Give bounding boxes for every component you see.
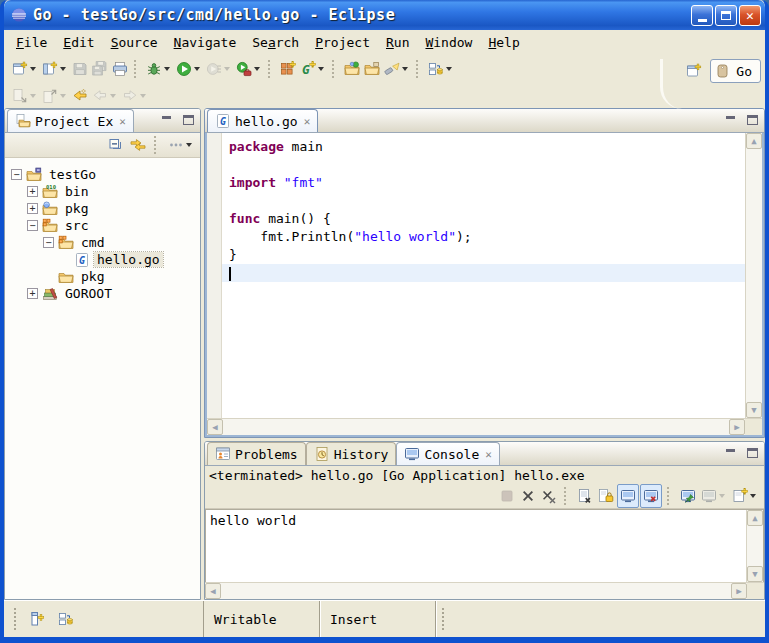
view-menu-button[interactable] [166, 133, 196, 157]
tree-item-pkg[interactable]: pkg [5, 268, 200, 285]
collapse-toggle-icon[interactable]: − [11, 169, 22, 180]
tree-item-pkg[interactable]: +pkg [5, 200, 200, 217]
new-project-button[interactable] [40, 57, 70, 81]
maximize-view-button[interactable] [180, 113, 196, 126]
dropdown-arrow-icon[interactable] [194, 67, 200, 71]
minimize-view-button[interactable] [722, 113, 738, 126]
scroll-up-icon[interactable]: ▲ [747, 510, 763, 526]
console-vertical-scrollbar[interactable]: ▲ ▼ [746, 510, 763, 582]
dropdown-arrow-icon[interactable] [254, 67, 260, 71]
expand-toggle-icon[interactable]: + [27, 203, 38, 214]
open-perspective-button[interactable] [684, 59, 704, 83]
tree-item-hello-go[interactable]: Ghello.go [5, 251, 200, 268]
new-wizard-button[interactable] [10, 57, 40, 81]
scroll-left-icon[interactable]: ◀ [207, 419, 223, 435]
tab-console[interactable]: Console✕ [396, 442, 499, 465]
code-editor[interactable]: package mainimport "fmt"func main() { fm… [222, 133, 745, 418]
console-horizontal-scrollbar[interactable]: ◀ ▶ [205, 583, 747, 599]
code-line[interactable] [222, 192, 745, 210]
scroll-up-icon[interactable]: ▲ [746, 133, 762, 149]
dropdown-arrow-icon[interactable] [164, 67, 170, 71]
dropdown-arrow-icon[interactable] [402, 67, 408, 71]
open-console-button[interactable] [730, 484, 760, 508]
dropdown-arrow-icon[interactable] [224, 67, 230, 71]
close-tab-icon[interactable]: ✕ [485, 448, 492, 461]
menu-window[interactable]: Window [417, 33, 480, 52]
tab-problems[interactable]: Problems [207, 442, 306, 465]
dropdown-arrow-icon[interactable] [30, 67, 36, 71]
fast-view-button[interactable] [26, 607, 46, 631]
clear-console-button[interactable] [575, 484, 595, 508]
dropdown-arrow-icon[interactable] [186, 143, 192, 147]
dropdown-arrow-icon[interactable] [110, 94, 116, 98]
code-line[interactable]: package main [222, 138, 745, 156]
open-package-button[interactable] [362, 57, 382, 81]
tab-project-explorer[interactable]: Project Ex ✕ [7, 109, 134, 132]
menu-run[interactable]: Run [378, 33, 417, 52]
dropdown-arrow-icon[interactable] [140, 94, 146, 98]
collapse-all-button[interactable] [106, 133, 126, 157]
menu-search[interactable]: Search [244, 33, 307, 52]
scroll-lock-button[interactable] [596, 484, 616, 508]
tree-item-goroot[interactable]: +GOROOT [5, 285, 200, 302]
menu-help[interactable]: Help [480, 33, 527, 52]
code-line[interactable] [222, 264, 745, 282]
open-resource-button[interactable] [342, 57, 362, 81]
menu-edit[interactable]: Edit [55, 33, 102, 52]
menu-file[interactable]: File [8, 33, 55, 52]
debug-button[interactable] [144, 57, 174, 81]
last-edit-location-button[interactable] [70, 84, 90, 108]
run-button[interactable] [174, 57, 204, 81]
code-line[interactable]: import "fmt" [222, 174, 745, 192]
code-line[interactable]: func main() { [222, 210, 745, 228]
expand-toggle-icon[interactable]: + [27, 288, 38, 299]
editor-horizontal-scrollbar[interactable]: ◀ ▶ [207, 419, 745, 435]
launch-trim-button[interactable] [56, 607, 76, 631]
tree-item-bin[interactable]: +010bin [5, 183, 200, 200]
code-line[interactable] [222, 156, 745, 174]
remove-launch-button[interactable] [518, 484, 538, 508]
show-stdout-button[interactable] [617, 484, 639, 508]
dropdown-arrow-icon[interactable] [446, 67, 452, 71]
dropdown-arrow-icon[interactable] [30, 94, 36, 98]
new-go-project-button[interactable] [278, 57, 298, 81]
maximize-button[interactable] [715, 5, 737, 26]
remove-all-launches-button[interactable] [539, 484, 559, 508]
title-bar[interactable]: Go - testGo/src/cmd/hello.go - Eclipse ✕ [4, 0, 765, 30]
minimize-button[interactable] [691, 5, 713, 26]
console-output[interactable]: hello world [206, 510, 746, 582]
tab-history[interactable]: History [306, 442, 397, 465]
dropdown-arrow-icon[interactable] [60, 94, 66, 98]
scroll-left-icon[interactable]: ◀ [205, 583, 221, 599]
tab-hello-go[interactable]: G hello.go ✕ [207, 109, 318, 132]
collapse-toggle-icon[interactable]: − [27, 220, 38, 231]
tree-item-cmd[interactable]: −cmd [5, 234, 200, 251]
link-editor-button[interactable] [128, 133, 148, 157]
scroll-down-icon[interactable]: ▼ [747, 566, 763, 582]
dropdown-arrow-icon[interactable] [719, 494, 725, 498]
external-tools-button[interactable] [234, 57, 264, 81]
tree-item-testgo[interactable]: −testGo [5, 166, 200, 183]
menu-navigate[interactable]: Navigate [166, 33, 245, 52]
menu-source[interactable]: Source [103, 33, 166, 52]
sync-button[interactable] [426, 57, 456, 81]
close-tab-icon[interactable]: ✕ [304, 115, 311, 128]
minimize-view-button[interactable] [722, 446, 738, 459]
scroll-right-icon[interactable]: ▶ [729, 419, 745, 435]
maximize-view-button[interactable] [744, 113, 760, 126]
maximize-view-button[interactable] [744, 446, 760, 459]
collapse-toggle-icon[interactable]: − [43, 237, 54, 248]
code-line[interactable]: } [222, 246, 745, 264]
dropdown-arrow-icon[interactable] [750, 494, 756, 498]
scroll-right-icon[interactable]: ▶ [731, 583, 747, 599]
pin-console-button[interactable] [678, 484, 698, 508]
menu-project[interactable]: Project [307, 33, 378, 52]
expand-toggle-icon[interactable]: + [27, 186, 38, 197]
perspective-go-button[interactable]: Go [710, 59, 761, 83]
close-button[interactable]: ✕ [739, 5, 761, 26]
dropdown-arrow-icon[interactable] [60, 67, 66, 71]
editor-vertical-scrollbar[interactable]: ▲ ▼ [745, 133, 762, 418]
print-button[interactable] [110, 57, 130, 81]
new-go-element-button[interactable]: G [298, 57, 328, 81]
tree-item-src[interactable]: −src [5, 217, 200, 234]
